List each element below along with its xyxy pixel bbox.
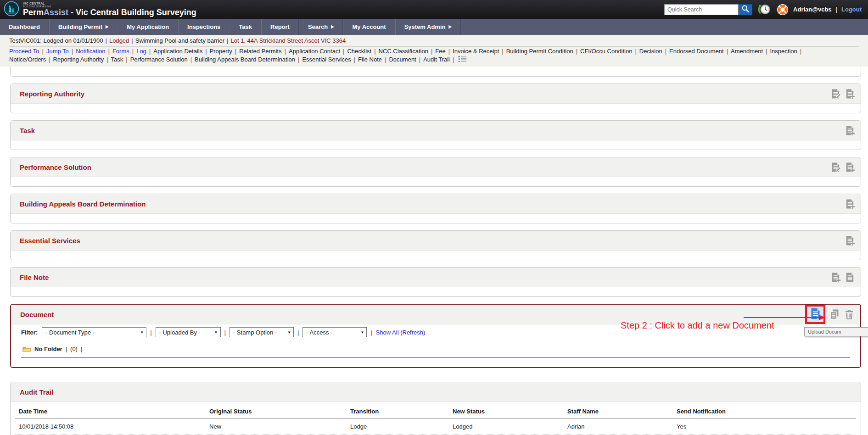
menu-item-label: Inspections: [187, 23, 220, 30]
divider: [9, 46, 859, 46]
link-separator: |: [354, 56, 355, 63]
menu-item-label: Task: [239, 23, 252, 30]
nav-link-reporting-authority[interactable]: Reporting Authority: [53, 56, 104, 63]
link-separator: |: [132, 48, 134, 55]
application-reference: TestVIC001: Lodged on 01/01/1900: [9, 37, 103, 44]
section-title: Essential Services: [20, 237, 80, 245]
nav-link-performance-solution[interactable]: Performance Solution: [130, 56, 188, 63]
application-status-line: TestVIC001: Lodged on 01/01/1900|Lodged|…: [0, 37, 868, 44]
link-separator: |: [106, 56, 108, 63]
add-doc-icon[interactable]: [845, 125, 855, 136]
section-list-icon[interactable]: [458, 55, 467, 65]
link-separator: |: [502, 48, 503, 55]
nav-link-endorsed-document[interactable]: Endorsed Document: [669, 48, 724, 55]
filter-select-access[interactable]: - Access -▼: [302, 327, 367, 337]
nav-link-related-permits[interactable]: Related Permits: [239, 48, 281, 55]
link-separator: |: [727, 48, 728, 55]
add-doc-icon[interactable]: [845, 235, 855, 246]
menu-item-report[interactable]: Report: [261, 19, 299, 35]
help-lifebuoy-icon[interactable]: [776, 3, 789, 16]
property-address: Lot 1, 44A Strickland Street Ascot VIC 3…: [230, 37, 346, 44]
nav-link-application-details[interactable]: Application Details: [153, 48, 202, 55]
no-folder-label[interactable]: No Folder: [34, 346, 62, 352]
nav-link-cfi-occu-condition[interactable]: CFI/Occu Condition: [580, 48, 632, 55]
column-header-transition: Transition: [347, 402, 449, 418]
audit-cell: 10/01/2018 14:50:08: [15, 419, 206, 435]
nav-link-fee[interactable]: Fee: [435, 48, 445, 55]
menu-item-dashboard[interactable]: Dashboard: [0, 19, 49, 35]
menu-item-search[interactable]: Search▶: [299, 19, 343, 35]
dropdown-caret-icon: ▼: [287, 330, 291, 335]
audit-cell: Yes: [673, 419, 856, 435]
nav-link-checklist[interactable]: Checklist: [347, 48, 371, 55]
link-separator: |: [453, 56, 454, 63]
section-essential-services: Essential Services: [10, 230, 861, 260]
audit-row: 10/01/2018 14:50:08NewLodgeLodgedAdrianY…: [15, 419, 856, 435]
filter-select-value: - Document Type -: [45, 329, 95, 336]
section-title: Reporting Authority: [20, 90, 84, 98]
nav-link-invoice-receipt[interactable]: Invoice & Receipt: [453, 48, 499, 55]
edit-doc-icon[interactable]: [830, 162, 841, 173]
menu-item-task[interactable]: Task: [230, 19, 261, 35]
menu-item-my-account[interactable]: My Account: [343, 19, 395, 35]
add-doc-icon[interactable]: [845, 89, 855, 99]
section-task: Task: [10, 120, 861, 150]
file-note-header: File Note: [11, 268, 861, 287]
nav-link-jump-to[interactable]: Jump To: [46, 48, 69, 55]
show-all-refresh-link[interactable]: Show All (Refresh): [376, 329, 426, 336]
nav-link-application-contact[interactable]: Application Contact: [289, 48, 340, 55]
filter-separator: |: [224, 329, 226, 336]
add-doc-icon[interactable]: [845, 199, 855, 209]
nav-link-amendment[interactable]: Amendment: [731, 48, 763, 55]
column-header-staff-name: Staff Name: [564, 402, 673, 418]
nav-link-proceed-to[interactable]: Proceed To: [9, 48, 39, 55]
quick-search-input[interactable]: [664, 4, 739, 15]
filter-select-uploaded-by[interactable]: - Uploaded By -▼: [156, 327, 221, 337]
nav-link-file-note[interactable]: File Note: [358, 56, 382, 63]
add-document-button[interactable]: [805, 305, 825, 324]
nav-link-log[interactable]: Log: [136, 48, 146, 55]
nav-link-property[interactable]: Property: [210, 48, 232, 55]
nav-link-building-appeals-board-determination[interactable]: Building Appeals Board Determination: [195, 56, 295, 63]
nav-link-essential-services[interactable]: Essential Services: [302, 56, 351, 63]
nav-link-forms[interactable]: Forms: [112, 48, 129, 55]
add-doc-icon[interactable]: [845, 162, 855, 173]
document-filter-row: Filter: - Document Type -▼|- Uploaded By…: [11, 324, 860, 340]
copy-document-icon[interactable]: [829, 309, 840, 320]
permit-type: Swimming Pool and safety barrier: [135, 37, 224, 44]
logout-link[interactable]: Logout: [841, 6, 862, 13]
nav-link-task[interactable]: Task: [111, 56, 123, 63]
nav-link-ncc-classification[interactable]: NCC Classification: [379, 48, 428, 55]
nav-link-notice-orders[interactable]: Notice/Orders: [9, 56, 46, 63]
nav-link-audit-trail[interactable]: Audit Trail: [423, 56, 450, 63]
menu-item-system-admin[interactable]: System Admin▶: [395, 19, 461, 35]
menu-item-inspections[interactable]: Inspections: [178, 19, 230, 35]
section-links-row-2: Notice/Orders|Reporting Authority|Task|P…: [0, 55, 868, 65]
application-context-bar: TestVIC001: Lodged on 01/01/1900|Lodged|…: [0, 35, 868, 67]
nav-link-building-permit-condition[interactable]: Building Permit Condition: [506, 48, 573, 55]
nav-link-decision[interactable]: Decision: [639, 48, 662, 55]
nav-link-notification[interactable]: Notification: [76, 48, 105, 55]
nav-link-inspection[interactable]: Inspection: [770, 48, 797, 55]
edit-doc-icon[interactable]: [830, 89, 841, 99]
menu-item-building-permit[interactable]: Building Permit▶: [49, 19, 118, 35]
nav-link-document[interactable]: Document: [389, 56, 416, 63]
add-doc-icon[interactable]: [830, 272, 841, 283]
delete-document-icon[interactable]: [844, 309, 855, 320]
menu-item-my-application[interactable]: My Application: [118, 19, 178, 35]
folder-count: (0): [70, 346, 78, 352]
filter-separator: |: [150, 329, 151, 336]
history-clock-icon[interactable]: [756, 2, 772, 17]
upload-document-tooltip: Upload Docum: [804, 327, 868, 336]
link-separator: |: [800, 48, 801, 55]
link-separator: |: [448, 48, 450, 55]
audit-cell: Adrian: [564, 419, 673, 435]
filter-label: Filter:: [21, 329, 38, 336]
task-header: Task: [11, 121, 861, 140]
view-doc-icon[interactable]: [845, 272, 855, 283]
filter-select-document-type[interactable]: - Document Type -▼: [42, 327, 146, 337]
menu-item-label: My Application: [127, 23, 169, 30]
section-body: [11, 214, 861, 223]
filter-select-stamp-option[interactable]: - Stamp Option -▼: [230, 327, 294, 337]
search-button[interactable]: [739, 4, 752, 15]
